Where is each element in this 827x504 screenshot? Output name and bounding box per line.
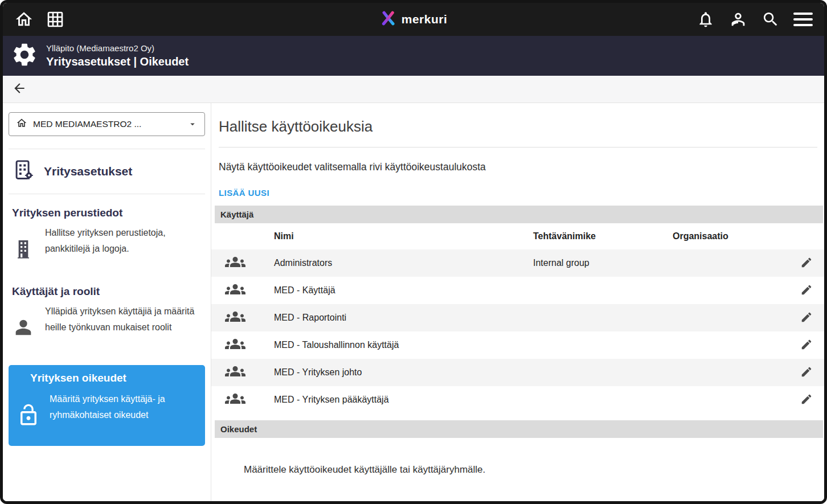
search-button[interactable] [762,10,780,28]
edit-icon [800,366,813,380]
home-button[interactable] [14,10,34,29]
row-name: MED - Taloushallinnon käyttäjä [274,340,533,350]
sidebar-item-title: Yrityksen perustiedot [12,207,202,219]
sidebar: MED MEDIAMAESTRO2 ... [3,103,211,501]
add-new-link[interactable]: LISÄÄ UUSI [219,188,269,198]
table-row[interactable]: MED - Taloushallinnon käyttäjä [211,331,824,359]
table-row[interactable]: MED - Yrityksen johto [211,359,824,386]
chevron-down-icon [187,119,198,129]
edit-icon [800,393,813,407]
group-icon [225,306,245,329]
context-subtitle: Ylläpito (Mediamaestro2 Oy) [46,43,189,53]
rights-description: Määrittele käyttöoikeudet käyttäjälle ta… [211,464,824,476]
main-content: Hallitse käyttöoikeuksia Näytä käyttöoik… [211,103,824,501]
edit-button[interactable] [800,338,813,353]
back-button[interactable] [12,81,27,97]
content-divider [219,147,817,147]
hamburger-icon [793,13,813,26]
company-selector-label: MED MEDIAMAESTRO2 ... [33,119,141,129]
edit-button[interactable] [800,284,813,298]
sidebar-item-perustiedot[interactable]: Yrityksen perustiedot Hallitse yrityksen… [9,207,205,273]
group-icon [225,388,245,411]
merkuri-logo-mark-icon [380,10,397,29]
bell-icon [697,10,715,28]
company-settings-icon [12,158,36,185]
edit-icon [800,284,813,298]
edit-icon [800,311,813,325]
lock-open-icon [17,391,43,439]
group-icon [225,361,245,384]
table-row[interactable]: MED - Raportointi [211,304,824,331]
apps-grid-button[interactable] [46,10,64,28]
merkuri-logo: merkuri [380,10,448,29]
instruction-text: Näytä käyttöoikeudet valitsemalla rivi k… [219,161,817,173]
sidebar-item-description: Ylläpidä yrityksen käyttäjiä ja määritä … [45,306,194,332]
edit-button[interactable] [800,311,813,325]
arrow-left-icon [12,81,27,97]
person-icon [728,10,748,29]
table-row[interactable]: MED - Yrityksen pääkäyttäjä [211,386,824,413]
row-name: MED - Yrityksen pääkäyttäjä [274,395,533,405]
row-name: Administrators [274,258,533,268]
edit-button[interactable] [800,393,813,407]
rights-section-bar: Oikeudet [215,420,823,438]
search-icon [762,10,780,28]
person-gray-icon [12,304,38,351]
group-icon [225,334,245,357]
logo-text: merkuri [402,13,448,26]
sidebar-section-title: Yritysasetukset [44,165,132,178]
back-bar [3,76,824,103]
sidebar-item-description: Hallitse yrityksen perustietoja, pankkit… [45,228,166,253]
sidebar-item-description: Määritä yrityksen käyttäjä- ja ryhmäkoht… [50,394,165,420]
sidebar-item-title: Käyttäjät ja roolit [12,285,202,298]
context-page-title: Yritysasetukset | Oikeudet [46,55,189,68]
users-section-label: Käyttäjä [220,210,253,219]
row-name: MED - Yrityksen johto [274,367,533,378]
edit-button[interactable] [800,366,813,380]
rights-section-label: Oikeudet [220,424,257,434]
edit-icon [800,338,813,353]
row-job-title: Internal group [533,258,673,268]
group-icon [225,252,245,274]
notifications-button[interactable] [697,10,715,28]
edit-button[interactable] [800,256,813,271]
settings-gear-icon [11,41,38,71]
table-row[interactable]: Administrators Internal group [211,249,824,277]
row-name: MED - Raportointi [274,313,533,323]
users-section-bar: Käyttäjä [215,206,823,223]
sidebar-item-kayttajat[interactable]: Käyttäjät ja roolit Ylläpidä yrityksen k… [9,285,205,351]
context-header: Ylläpito (Mediamaestro2 Oy) Yritysasetuk… [3,36,824,76]
account-button[interactable] [728,10,748,29]
app-window: merkuri [0,0,827,504]
edit-icon [800,256,813,271]
column-header-nimi: Nimi [274,231,533,241]
sidebar-item-title: Yrityksen oikeudet [17,372,197,384]
sidebar-item-oikeudet-active[interactable]: Yrityksen oikeudet Määritä yrityksen käy… [9,365,205,446]
users-table: Nimi Tehtävänimike Organisaatio Administ… [211,223,824,413]
grid-icon [46,10,64,28]
company-selector[interactable]: MED MEDIAMAESTRO2 ... [9,112,205,136]
table-row[interactable]: MED - Käyttäjä [211,277,824,304]
group-icon [225,279,245,302]
sidebar-section-header: Yritysasetukset [9,149,205,194]
column-header-tehtavanimike: Tehtävänimike [533,231,673,241]
table-header-row: Nimi Tehtävänimike Organisaatio [211,223,824,249]
column-header-organisaatio: Organisaatio [673,231,784,241]
building-icon [12,225,38,273]
menu-button[interactable] [793,13,813,26]
row-name: MED - Käyttäjä [274,285,533,296]
home-icon [14,10,34,29]
home-small-icon [16,117,27,131]
top-navigation-bar: merkuri [3,3,824,36]
page-heading: Hallitse käyttöoikeuksia [219,118,817,136]
